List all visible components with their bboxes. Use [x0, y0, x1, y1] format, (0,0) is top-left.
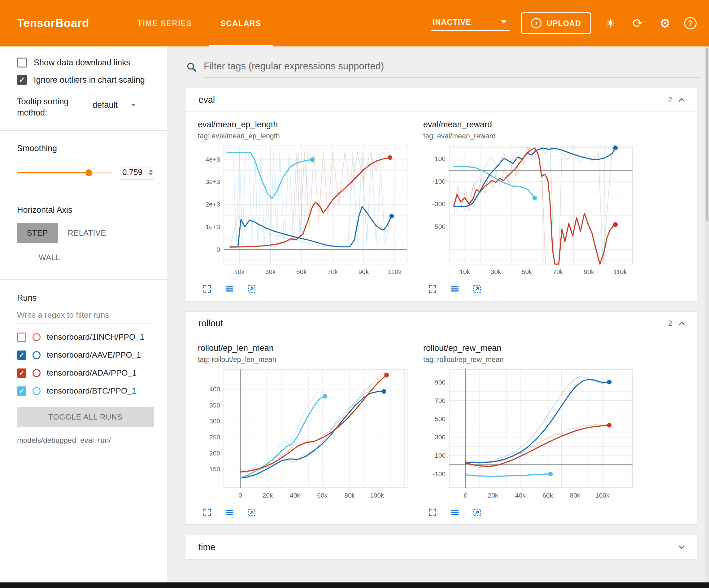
runs-logdir-label: models/debugged_eval_run/ [17, 436, 154, 445]
expand-chart-icon[interactable] [202, 284, 212, 294]
axis-option-step[interactable]: STEP [17, 223, 58, 243]
axis-option-relative[interactable]: RELATIVE [58, 223, 116, 243]
chevron-up-icon[interactable] [677, 95, 686, 105]
card-title: time [199, 542, 215, 553]
svg-text:200: 200 [209, 450, 220, 457]
svg-text:110k: 110k [388, 268, 401, 275]
svg-text:20k: 20k [262, 492, 273, 499]
info-icon: i [531, 18, 542, 28]
app-title: TensorBoard [17, 17, 89, 30]
dashboard-main: eval 2 eval/mean_ep_lengthtag: eval/mean… [167, 47, 709, 582]
svg-text:900: 900 [435, 379, 446, 386]
svg-text:100k: 100k [370, 492, 384, 499]
chart-eval-mean-reward: eval/mean_rewardtag: eval/mean_reward10k… [423, 120, 637, 294]
scrollbar-thumb[interactable] [706, 48, 708, 221]
run-name: tensorboard/1INCH/PPO_1 [47, 332, 144, 342]
axis-option-wall[interactable]: WALL [29, 248, 70, 267]
run-row[interactable]: ✓tensorboard/AAVE/PPO_1 [17, 346, 154, 364]
run-checkbox[interactable]: ✓ [17, 351, 26, 360]
card-eval-header[interactable]: eval 2 [185, 88, 697, 112]
card-rollout-header[interactable]: rollout 2 [185, 312, 697, 335]
line-chart-plot[interactable]: 10k30k50k70k90k110k100-100-300-500 [423, 143, 637, 279]
runs-filter-input[interactable] [17, 305, 154, 324]
status-dropdown[interactable]: INACTIVE [431, 16, 509, 31]
runs-heading: Runs [17, 293, 154, 303]
horizontal-lines-icon[interactable] [450, 284, 460, 294]
svg-text:90k: 90k [584, 268, 595, 275]
run-row[interactable]: tensorboard/1INCH/PPO_1 [17, 328, 154, 346]
svg-text:40k: 40k [515, 492, 526, 499]
card-time-header[interactable]: time [185, 535, 697, 559]
chart-rollout-ep-len-mean: rollout/ep_len_meantag: rollout/ep_len_m… [198, 343, 412, 517]
expand-chart-icon[interactable] [427, 284, 438, 294]
chart-title: eval/mean_reward [423, 120, 637, 129]
run-color-circle-icon [32, 351, 41, 359]
svg-text:0: 0 [464, 492, 468, 499]
show-download-links-checkbox[interactable]: Show data download links [17, 58, 154, 68]
svg-text:10k: 10k [459, 268, 470, 275]
bottom-edge [0, 582, 709, 588]
expand-chart-icon[interactable] [427, 508, 438, 517]
line-chart-plot[interactable]: 10k30k50k70k90k110k01e+32e+33e+34e+3 [198, 143, 412, 279]
horizontal-lines-icon[interactable] [225, 284, 234, 294]
scrollbar[interactable] [705, 47, 709, 582]
brightness-icon[interactable]: ☀ [603, 17, 619, 29]
svg-text:150: 150 [209, 465, 220, 472]
tab-scalars[interactable]: SCALARS [206, 0, 275, 47]
line-chart-plot[interactable]: 020k40k60k80k100k-100100300500700900 [423, 367, 637, 503]
run-row[interactable]: ✓tensorboard/BTC/PPO_1 [17, 382, 154, 400]
svg-text:-300: -300 [432, 200, 446, 207]
upload-label: UPLOAD [547, 19, 581, 28]
fit-domain-icon[interactable] [472, 284, 482, 294]
run-checkbox[interactable]: ✓ [17, 368, 26, 378]
toggle-all-runs-button[interactable]: TOGGLE ALL RUNS [17, 407, 154, 427]
run-row[interactable]: ✓tensorboard/ADA/PPO_1 [17, 364, 154, 382]
fit-domain-icon[interactable] [472, 508, 482, 517]
divider [0, 192, 167, 192]
svg-text:700: 700 [435, 397, 446, 404]
horizontal-lines-icon[interactable] [450, 508, 460, 517]
tag-filter-input[interactable] [203, 56, 701, 77]
chevron-up-icon[interactable] [677, 319, 686, 328]
tab-time-series[interactable]: TIME SERIES [123, 0, 206, 47]
refresh-icon[interactable]: ⟳ [630, 17, 646, 29]
divider [0, 130, 167, 131]
chart-title: eval/mean_ep_length [198, 120, 412, 129]
horizontal-axis-options: STEPRELATIVEWALL [17, 223, 135, 267]
header-actions: INACTIVE i UPLOAD ☀ ⟳ ⚙ ? [431, 0, 709, 47]
svg-text:2e+3: 2e+3 [206, 201, 220, 208]
line-chart-plot[interactable]: 020k40k60k80k100k150200250300350400 [198, 367, 412, 503]
svg-text:70k: 70k [553, 268, 563, 275]
chart-toolbar [423, 284, 637, 294]
smoothing-input[interactable]: 0.759 [120, 165, 154, 180]
expand-chart-icon[interactable] [202, 508, 212, 517]
rollout-charts-row: rollout/ep_len_meantag: rollout/ep_len_m… [198, 343, 697, 517]
upload-button[interactable]: i UPLOAD [521, 12, 592, 34]
chevron-down-icon [131, 104, 136, 106]
chart-tag: tag: eval/mean_reward [423, 132, 637, 140]
svg-text:10k: 10k [234, 268, 244, 275]
horizontal-axis-label: Horizontal Axis [17, 205, 154, 215]
horizontal-lines-icon[interactable] [225, 508, 234, 517]
ignore-outliers-checkbox[interactable]: ✓ Ignore outliers in chart scaling [17, 75, 154, 85]
svg-text:30k: 30k [265, 268, 276, 275]
run-color-circle-icon [32, 369, 41, 377]
fit-domain-icon[interactable] [247, 284, 257, 294]
fit-domain-icon[interactable] [247, 508, 257, 517]
chevron-down-icon[interactable] [677, 542, 686, 552]
svg-text:300: 300 [209, 417, 220, 425]
card-time: time [185, 535, 697, 559]
run-checkbox[interactable]: ✓ [17, 386, 26, 396]
card-title: rollout [199, 318, 223, 329]
slider-knob[interactable] [85, 169, 92, 176]
stepper-arrows-icon[interactable] [149, 169, 153, 175]
tooltip-sorting-select[interactable]: default [91, 98, 137, 114]
run-checkbox[interactable] [17, 333, 26, 342]
smoothing-label: Smoothing [17, 144, 154, 153]
help-icon[interactable]: ? [684, 17, 697, 29]
smoothing-slider[interactable] [17, 169, 112, 177]
smoothing-row: 0.759 [17, 165, 154, 180]
chart-eval-mean-ep-length: eval/mean_ep_lengthtag: eval/mean_ep_len… [198, 120, 412, 294]
svg-text:50k: 50k [522, 268, 532, 275]
settings-gear-icon[interactable]: ⚙ [657, 17, 673, 29]
